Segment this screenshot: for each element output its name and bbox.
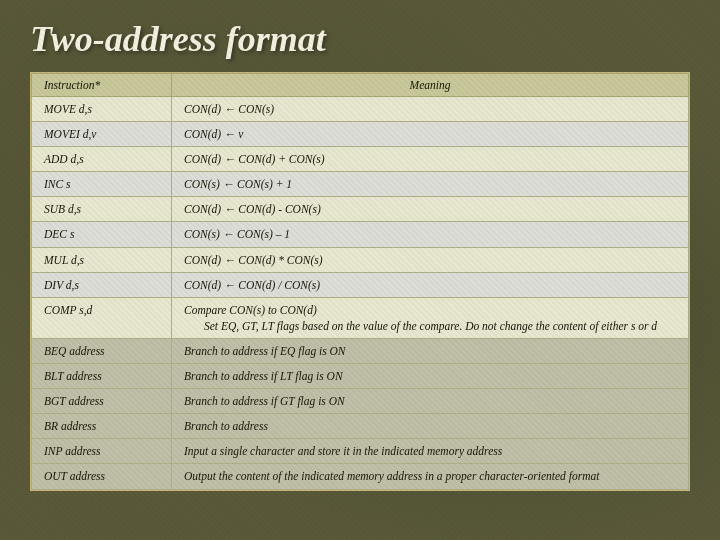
- instruction-table-container: Instruction* Meaning MOVE d,sCON(d) ← CO…: [30, 72, 690, 491]
- table-row: COMP s,dCompare CON(s) to CON(d)Set EQ, …: [32, 297, 689, 338]
- instruction-cell: MOVE d,s: [32, 97, 172, 122]
- instruction-cell: DEC s: [32, 222, 172, 247]
- instruction-cell: BGT address: [32, 389, 172, 414]
- table-row: ADD d,sCON(d) ← CON(d) + CON(s): [32, 147, 689, 172]
- header-meaning: Meaning: [172, 74, 689, 97]
- table-row: MOVEI d,vCON(d) ← v: [32, 122, 689, 147]
- table-row: BGT addressBranch to address if GT flag …: [32, 389, 689, 414]
- meaning-cell: CON(d) ← CON(d) * CON(s): [172, 247, 689, 272]
- instruction-cell: OUT address: [32, 464, 172, 489]
- instruction-cell: BLT address: [32, 364, 172, 389]
- instruction-cell: ADD d,s: [32, 147, 172, 172]
- meaning-cell: Compare CON(s) to CON(d)Set EQ, GT, LT f…: [172, 297, 689, 338]
- instruction-cell: COMP s,d: [32, 297, 172, 338]
- instruction-cell: SUB d,s: [32, 197, 172, 222]
- meaning-cell: CON(s) ← CON(s) – 1: [172, 222, 689, 247]
- instruction-table: Instruction* Meaning MOVE d,sCON(d) ← CO…: [31, 73, 689, 490]
- instruction-cell: MUL d,s: [32, 247, 172, 272]
- instruction-cell: INC s: [32, 172, 172, 197]
- table-row: SUB d,sCON(d) ← CON(d) - CON(s): [32, 197, 689, 222]
- meaning-cell: Branch to address if LT flag is ON: [172, 364, 689, 389]
- table-header-row: Instruction* Meaning: [32, 74, 689, 97]
- meaning-cell: CON(d) ← v: [172, 122, 689, 147]
- instruction-cell: DIV d,s: [32, 272, 172, 297]
- table-row: BLT addressBranch to address if LT flag …: [32, 364, 689, 389]
- meaning-cell: CON(d) ← CON(s): [172, 97, 689, 122]
- table-row: INP addressInput a single character and …: [32, 439, 689, 464]
- instruction-cell: BR address: [32, 414, 172, 439]
- table-row: INC sCON(s) ← CON(s) + 1: [32, 172, 689, 197]
- instruction-cell: BEQ address: [32, 338, 172, 363]
- table-row: BEQ addressBranch to address if EQ flag …: [32, 338, 689, 363]
- instruction-cell: INP address: [32, 439, 172, 464]
- instruction-cell: MOVEI d,v: [32, 122, 172, 147]
- meaning-cell: Output the content of the indicated memo…: [172, 464, 689, 489]
- header-instruction: Instruction*: [32, 74, 172, 97]
- meaning-cell: Branch to address if EQ flag is ON: [172, 338, 689, 363]
- page-title: Two-address format: [0, 0, 720, 72]
- table-row: BR addressBranch to address: [32, 414, 689, 439]
- meaning-cell: Branch to address if GT flag is ON: [172, 389, 689, 414]
- meaning-cell: CON(d) ← CON(d) / CON(s): [172, 272, 689, 297]
- meaning-cell: CON(d) ← CON(d) - CON(s): [172, 197, 689, 222]
- meaning-cell: Input a single character and store it in…: [172, 439, 689, 464]
- table-row: OUT addressOutput the content of the ind…: [32, 464, 689, 489]
- meaning-cell: CON(s) ← CON(s) + 1: [172, 172, 689, 197]
- table-row: MOVE d,sCON(d) ← CON(s): [32, 97, 689, 122]
- table-row: DEC sCON(s) ← CON(s) – 1: [32, 222, 689, 247]
- meaning-cell: CON(d) ← CON(d) + CON(s): [172, 147, 689, 172]
- meaning-cell: Branch to address: [172, 414, 689, 439]
- table-row: MUL d,sCON(d) ← CON(d) * CON(s): [32, 247, 689, 272]
- table-row: DIV d,sCON(d) ← CON(d) / CON(s): [32, 272, 689, 297]
